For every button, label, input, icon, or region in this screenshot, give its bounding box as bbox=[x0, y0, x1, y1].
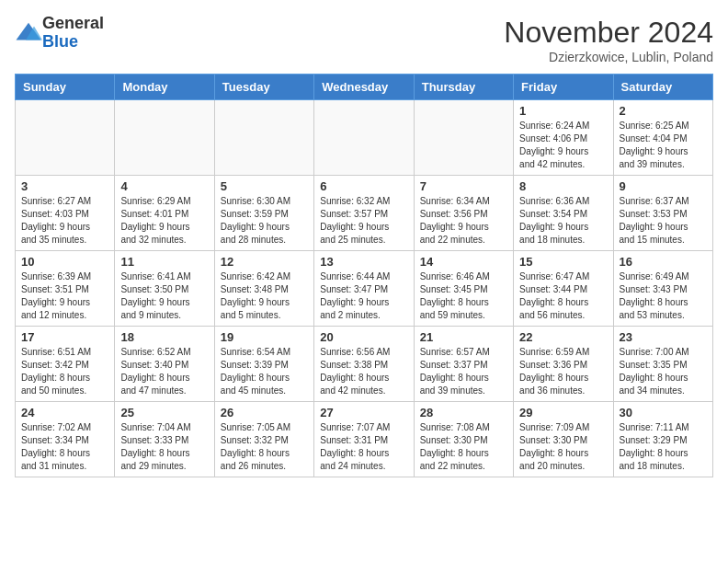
calendar-cell: 18Sunrise: 6:52 AM Sunset: 3:40 PM Dayli… bbox=[115, 327, 214, 402]
day-number: 3 bbox=[21, 179, 108, 193]
calendar-table: SundayMondayTuesdayWednesdayThursdayFrid… bbox=[15, 74, 713, 477]
calendar-cell bbox=[414, 100, 513, 176]
calendar-cell: 1Sunrise: 6:24 AM Sunset: 4:06 PM Daylig… bbox=[514, 100, 613, 176]
calendar-cell: 21Sunrise: 6:57 AM Sunset: 3:37 PM Dayli… bbox=[414, 327, 513, 402]
calendar-cell: 4Sunrise: 6:29 AM Sunset: 4:01 PM Daylig… bbox=[115, 176, 214, 251]
calendar-header-tuesday: Tuesday bbox=[214, 75, 313, 100]
day-number: 17 bbox=[21, 330, 108, 344]
day-info: Sunrise: 7:07 AM Sunset: 3:31 PM Dayligh… bbox=[320, 421, 407, 473]
calendar-header-sunday: Sunday bbox=[16, 75, 115, 100]
day-number: 9 bbox=[620, 179, 707, 193]
day-number: 28 bbox=[420, 406, 507, 419]
day-info: Sunrise: 6:44 AM Sunset: 3:47 PM Dayligh… bbox=[320, 270, 407, 322]
day-number: 25 bbox=[120, 406, 208, 419]
day-number: 18 bbox=[120, 330, 208, 344]
day-number: 23 bbox=[620, 330, 707, 344]
day-number: 27 bbox=[320, 406, 407, 419]
day-info: Sunrise: 6:25 AM Sunset: 4:04 PM Dayligh… bbox=[620, 120, 707, 171]
day-info: Sunrise: 6:57 AM Sunset: 3:37 PM Dayligh… bbox=[420, 346, 507, 397]
day-info: Sunrise: 6:49 AM Sunset: 3:43 PM Dayligh… bbox=[620, 270, 707, 322]
calendar-header-wednesday: Wednesday bbox=[314, 75, 414, 100]
title-section: November 2024 Dzierzkowice, Lublin, Pola… bbox=[504, 15, 713, 64]
day-number: 2 bbox=[620, 104, 707, 118]
calendar-week-2: 3Sunrise: 6:27 AM Sunset: 4:03 PM Daylig… bbox=[16, 176, 713, 251]
day-info: Sunrise: 6:36 AM Sunset: 3:54 PM Dayligh… bbox=[519, 195, 607, 247]
calendar-cell: 24Sunrise: 7:02 AM Sunset: 3:34 PM Dayli… bbox=[16, 402, 115, 477]
day-info: Sunrise: 6:59 AM Sunset: 3:36 PM Dayligh… bbox=[519, 346, 607, 397]
day-number: 15 bbox=[519, 255, 607, 269]
calendar-cell: 22Sunrise: 6:59 AM Sunset: 3:36 PM Dayli… bbox=[514, 327, 613, 402]
day-number: 20 bbox=[320, 330, 407, 344]
calendar-cell: 13Sunrise: 6:44 AM Sunset: 3:47 PM Dayli… bbox=[314, 251, 414, 327]
calendar-cell: 30Sunrise: 7:11 AM Sunset: 3:29 PM Dayli… bbox=[613, 402, 712, 477]
day-number: 29 bbox=[519, 406, 607, 419]
calendar-cell: 9Sunrise: 6:37 AM Sunset: 3:53 PM Daylig… bbox=[613, 176, 712, 251]
day-info: Sunrise: 7:09 AM Sunset: 3:30 PM Dayligh… bbox=[519, 421, 607, 473]
day-number: 16 bbox=[620, 255, 707, 269]
header: General Blue November 2024 Dzierzkowice,… bbox=[15, 15, 713, 64]
calendar-week-3: 10Sunrise: 6:39 AM Sunset: 3:51 PM Dayli… bbox=[16, 251, 713, 327]
calendar-cell: 6Sunrise: 6:32 AM Sunset: 3:57 PM Daylig… bbox=[314, 176, 414, 251]
day-number: 12 bbox=[221, 255, 308, 269]
day-info: Sunrise: 6:32 AM Sunset: 3:57 PM Dayligh… bbox=[320, 195, 407, 247]
calendar-cell: 17Sunrise: 6:51 AM Sunset: 3:42 PM Dayli… bbox=[16, 327, 115, 402]
logo-blue-text: Blue bbox=[42, 32, 78, 51]
calendar-cell: 11Sunrise: 6:41 AM Sunset: 3:50 PM Dayli… bbox=[115, 251, 214, 327]
day-info: Sunrise: 6:51 AM Sunset: 3:42 PM Dayligh… bbox=[21, 346, 108, 397]
day-info: Sunrise: 6:39 AM Sunset: 3:51 PM Dayligh… bbox=[21, 270, 108, 322]
day-number: 6 bbox=[320, 179, 407, 193]
calendar-cell: 14Sunrise: 6:46 AM Sunset: 3:45 PM Dayli… bbox=[414, 251, 513, 327]
day-info: Sunrise: 6:24 AM Sunset: 4:06 PM Dayligh… bbox=[519, 120, 607, 171]
month-title: November 2024 bbox=[504, 15, 713, 50]
calendar-week-4: 17Sunrise: 6:51 AM Sunset: 3:42 PM Dayli… bbox=[16, 327, 713, 402]
day-info: Sunrise: 6:37 AM Sunset: 3:53 PM Dayligh… bbox=[620, 195, 707, 247]
day-info: Sunrise: 7:05 AM Sunset: 3:32 PM Dayligh… bbox=[221, 421, 308, 473]
day-number: 19 bbox=[221, 330, 308, 344]
calendar-cell: 12Sunrise: 6:42 AM Sunset: 3:48 PM Dayli… bbox=[214, 251, 313, 327]
day-number: 14 bbox=[420, 255, 507, 269]
calendar-cell bbox=[314, 100, 414, 176]
day-info: Sunrise: 6:56 AM Sunset: 3:38 PM Dayligh… bbox=[320, 346, 407, 397]
day-info: Sunrise: 6:27 AM Sunset: 4:03 PM Dayligh… bbox=[21, 195, 108, 247]
day-number: 7 bbox=[420, 179, 507, 193]
logo: General Blue bbox=[15, 15, 104, 52]
day-info: Sunrise: 6:47 AM Sunset: 3:44 PM Dayligh… bbox=[519, 270, 607, 322]
calendar-cell: 23Sunrise: 7:00 AM Sunset: 3:35 PM Dayli… bbox=[613, 327, 712, 402]
day-number: 4 bbox=[120, 179, 208, 193]
calendar-cell bbox=[115, 100, 214, 176]
day-info: Sunrise: 7:00 AM Sunset: 3:35 PM Dayligh… bbox=[620, 346, 707, 397]
day-number: 22 bbox=[519, 330, 607, 344]
calendar-header-friday: Friday bbox=[514, 75, 613, 100]
day-info: Sunrise: 6:29 AM Sunset: 4:01 PM Dayligh… bbox=[120, 195, 208, 247]
calendar-cell: 2Sunrise: 6:25 AM Sunset: 4:04 PM Daylig… bbox=[613, 100, 712, 176]
day-number: 11 bbox=[120, 255, 208, 269]
day-number: 10 bbox=[21, 255, 108, 269]
day-info: Sunrise: 6:30 AM Sunset: 3:59 PM Dayligh… bbox=[221, 195, 308, 247]
day-number: 1 bbox=[519, 104, 607, 118]
calendar-cell: 27Sunrise: 7:07 AM Sunset: 3:31 PM Dayli… bbox=[314, 402, 414, 477]
calendar-cell: 3Sunrise: 6:27 AM Sunset: 4:03 PM Daylig… bbox=[16, 176, 115, 251]
calendar-cell: 16Sunrise: 6:49 AM Sunset: 3:43 PM Dayli… bbox=[613, 251, 712, 327]
calendar-cell: 20Sunrise: 6:56 AM Sunset: 3:38 PM Dayli… bbox=[314, 327, 414, 402]
day-info: Sunrise: 6:54 AM Sunset: 3:39 PM Dayligh… bbox=[221, 346, 308, 397]
calendar-week-5: 24Sunrise: 7:02 AM Sunset: 3:34 PM Dayli… bbox=[16, 402, 713, 477]
calendar-header-thursday: Thursday bbox=[414, 75, 513, 100]
calendar-cell bbox=[214, 100, 313, 176]
day-info: Sunrise: 7:08 AM Sunset: 3:30 PM Dayligh… bbox=[420, 421, 507, 473]
day-info: Sunrise: 6:41 AM Sunset: 3:50 PM Dayligh… bbox=[120, 270, 208, 322]
calendar-cell: 26Sunrise: 7:05 AM Sunset: 3:32 PM Dayli… bbox=[214, 402, 313, 477]
logo-general-text: General bbox=[42, 14, 104, 32]
day-number: 21 bbox=[420, 330, 507, 344]
day-info: Sunrise: 6:52 AM Sunset: 3:40 PM Dayligh… bbox=[120, 346, 208, 397]
calendar-cell: 15Sunrise: 6:47 AM Sunset: 3:44 PM Dayli… bbox=[514, 251, 613, 327]
calendar-cell: 25Sunrise: 7:04 AM Sunset: 3:33 PM Dayli… bbox=[115, 402, 214, 477]
calendar-cell: 19Sunrise: 6:54 AM Sunset: 3:39 PM Dayli… bbox=[214, 327, 313, 402]
day-info: Sunrise: 7:02 AM Sunset: 3:34 PM Dayligh… bbox=[21, 421, 108, 473]
calendar-cell bbox=[16, 100, 115, 176]
day-info: Sunrise: 6:46 AM Sunset: 3:45 PM Dayligh… bbox=[420, 270, 507, 322]
day-info: Sunrise: 6:42 AM Sunset: 3:48 PM Dayligh… bbox=[221, 270, 308, 322]
day-number: 30 bbox=[620, 406, 707, 419]
calendar-header-monday: Monday bbox=[115, 75, 214, 100]
day-number: 8 bbox=[519, 179, 607, 193]
day-info: Sunrise: 7:11 AM Sunset: 3:29 PM Dayligh… bbox=[620, 421, 707, 473]
